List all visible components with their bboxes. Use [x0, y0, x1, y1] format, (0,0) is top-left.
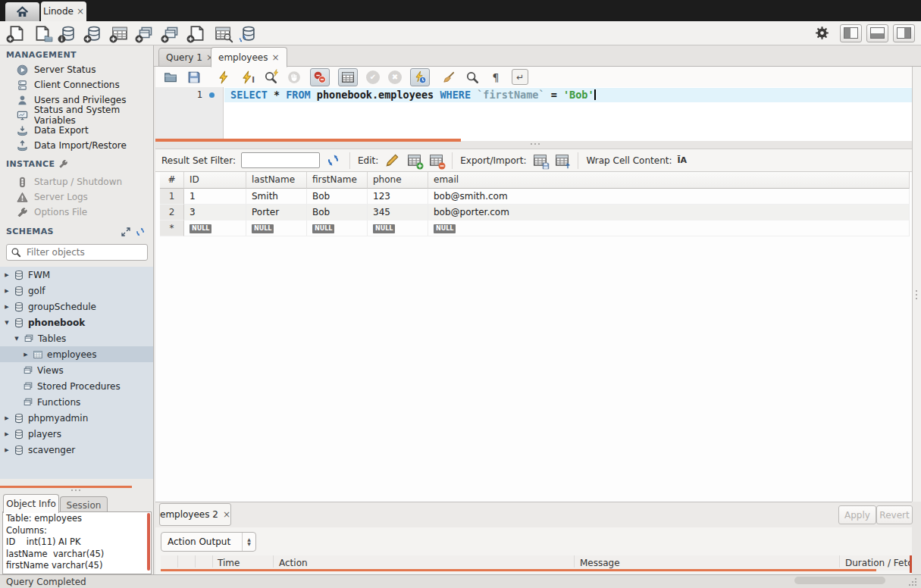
stop-query-button[interactable] [287, 70, 302, 85]
create-schema-button[interactable] [83, 23, 104, 43]
cell-null[interactable]: NULL [246, 220, 307, 236]
toggle-left-panel-button[interactable] [840, 24, 862, 42]
output-type-select[interactable]: Action Output ▲ ▼ [161, 532, 256, 552]
column-header-id[interactable]: ID [184, 172, 246, 189]
delete-row-button[interactable] [428, 152, 444, 169]
chevron-right-icon[interactable]: ▶ [4, 415, 10, 421]
create-function-button[interactable] [186, 23, 207, 43]
open-file-button[interactable] [163, 70, 178, 85]
search-table-data-button[interactable] [212, 23, 233, 43]
object-info-scrollbar[interactable] [147, 513, 150, 571]
find-button[interactable] [465, 70, 480, 85]
execute-query-button[interactable] [216, 70, 231, 85]
toggle-stop-on-error-button[interactable] [310, 68, 330, 86]
import-records-button[interactable] [553, 152, 570, 169]
refresh-schemas-icon[interactable] [135, 227, 146, 237]
row-number-cell[interactable]: 1 [160, 189, 184, 205]
cell-null[interactable]: NULL [184, 220, 246, 236]
schema-tree-item-views[interactable]: Views [0, 362, 153, 378]
commit-button[interactable]: ✔ [366, 70, 380, 84]
tab-session[interactable]: Session [60, 496, 108, 513]
create-table-button[interactable] [109, 23, 130, 43]
chevron-right-icon[interactable]: ▶ [4, 447, 10, 453]
tab-employees-2[interactable]: employees 2 × [159, 503, 231, 526]
chevron-right-icon[interactable]: ▶ [4, 431, 10, 437]
window-resize-grip[interactable] [908, 577, 917, 586]
edit-cell-button[interactable] [384, 152, 400, 169]
close-icon[interactable]: × [271, 53, 279, 62]
column-header-email[interactable]: email [428, 172, 910, 189]
toggle-bottom-panel-button[interactable] [866, 24, 888, 42]
cell-lastname[interactable]: Smith [246, 189, 307, 205]
chevron-right-icon[interactable]: ▶ [4, 304, 10, 310]
chevron-right-icon[interactable]: ▶ [4, 288, 10, 294]
settings-gear-icon[interactable] [815, 26, 829, 40]
schema-tree-item-groupschedule[interactable]: ▶ groupSchedule [0, 299, 153, 314]
revert-button[interactable]: Revert [876, 505, 913, 524]
right-panel-splitter[interactable] [912, 67, 921, 502]
beautify-sql-button[interactable] [441, 70, 456, 85]
schema-inspector-button[interactable] [58, 23, 78, 43]
rollback-button[interactable]: ✖ [388, 70, 402, 84]
export-recordset-button[interactable] [531, 152, 548, 169]
schema-tree-item-phonebook[interactable]: ▼ phonebook [0, 314, 153, 330]
schema-tree-item-golf[interactable]: ▶ golf [0, 283, 153, 299]
sidebar-item-server-logs[interactable]: Server Logs [0, 189, 153, 205]
cell-firstname[interactable]: Bob [307, 189, 368, 205]
output-column-duration[interactable]: Duration / Fetch [845, 555, 910, 571]
cell-firstname[interactable]: Bob [307, 205, 368, 220]
schema-tree-item-tables[interactable]: ▼ Tables [0, 330, 153, 346]
cell-null[interactable]: NULL [368, 220, 428, 236]
sidebar-item-options-file[interactable]: Options File [0, 205, 153, 220]
save-script-button[interactable] [186, 70, 202, 85]
close-icon[interactable]: × [223, 510, 230, 519]
row-number-cell[interactable]: * [160, 220, 184, 236]
sidebar-item-server-status[interactable]: Server Status [0, 62, 153, 77]
cell-email[interactable]: bob@smith.com [428, 189, 910, 205]
new-query-tab-button[interactable] [6, 23, 27, 43]
execute-current-statement-button[interactable]: I [240, 70, 255, 85]
show-invisibles-button[interactable]: ¶ [488, 70, 503, 85]
output-column-time[interactable]: Time [218, 555, 240, 571]
home-tab[interactable] [5, 2, 39, 21]
cell-null[interactable]: NULL [307, 220, 368, 236]
sidebar-item-data-import[interactable]: Data Import/Restore [0, 138, 153, 153]
tab-employees[interactable]: employees × [211, 47, 287, 67]
sidebar-item-startup-shutdown[interactable]: Startup / Shutdown [0, 174, 153, 189]
column-header-firstname[interactable]: firstName [307, 172, 368, 189]
chevron-down-icon[interactable]: ▼ [14, 336, 20, 342]
explain-plan-button[interactable] [263, 70, 278, 85]
cell-phone[interactable]: 123 [368, 189, 428, 205]
close-icon[interactable]: × [77, 7, 84, 16]
horizontal-scrollbar-thumb[interactable] [794, 577, 885, 584]
connection-tab[interactable]: Linode × [41, 2, 86, 21]
schema-tree-item-phpmyadmin[interactable]: ▶ phpmyadmin [0, 410, 153, 426]
sidebar-item-client-connections[interactable]: Client Connections [0, 77, 153, 92]
wrap-cell-content-button[interactable]: ĪA [678, 155, 688, 165]
expand-schemas-icon[interactable] [121, 227, 130, 236]
editor-splitter-grip[interactable] [531, 143, 532, 145]
apply-button[interactable]: Apply [838, 505, 876, 524]
schema-tree-item-players[interactable]: ▶ players [0, 426, 153, 442]
cell-id[interactable]: 3 [184, 205, 246, 220]
open-sql-script-button[interactable] [32, 23, 52, 43]
column-header-rownum[interactable]: # [160, 172, 184, 189]
stepper-arrows-icon[interactable]: ▲ ▼ [242, 533, 255, 551]
sql-code-line[interactable]: SELECT * FROM phonebook.employees WHERE … [230, 88, 596, 102]
chevron-down-icon[interactable]: ▼ [4, 320, 10, 326]
sidebar-item-data-export[interactable]: Data Export [0, 123, 153, 138]
schema-tree-item-employees[interactable]: ▶ employees [0, 346, 153, 362]
row-number-cell[interactable]: 2 [160, 205, 184, 220]
cell-lastname[interactable]: Porter [246, 205, 307, 220]
output-column-action[interactable]: Action [279, 555, 308, 571]
chevron-right-icon[interactable]: ▶ [23, 352, 29, 358]
sidebar-splitter-grip[interactable] [71, 489, 73, 491]
create-view-button[interactable] [135, 23, 155, 43]
cell-id[interactable]: 1 [184, 189, 246, 205]
column-header-lastname[interactable]: lastName [246, 172, 307, 189]
refresh-results-button[interactable] [325, 152, 342, 169]
cell-email[interactable]: bob@porter.com [428, 205, 910, 220]
schema-tree-item-stored-procedures[interactable]: Stored Procedures [0, 378, 153, 394]
schema-tree-item-functions[interactable]: Functions [0, 394, 153, 410]
schema-filter-input[interactable] [25, 246, 138, 258]
